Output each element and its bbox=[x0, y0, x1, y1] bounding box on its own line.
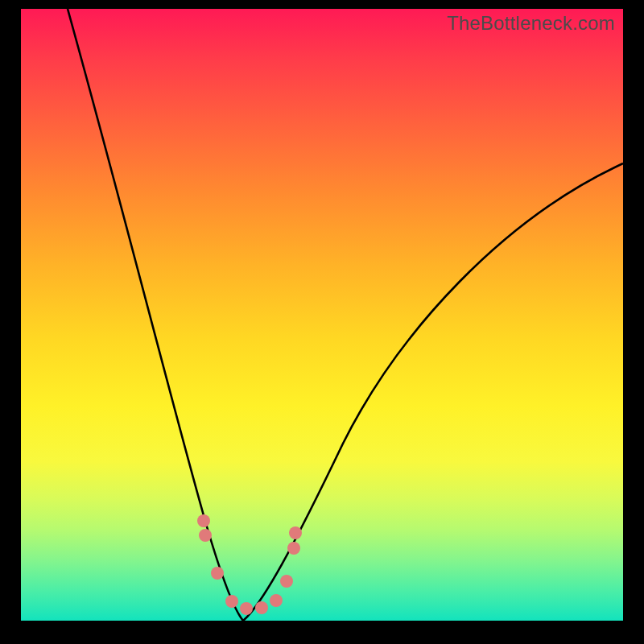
marker-dot bbox=[225, 595, 238, 608]
marker-dot bbox=[280, 575, 293, 588]
curve-right bbox=[243, 163, 623, 621]
marker-dot bbox=[289, 526, 302, 539]
curve-layer bbox=[21, 9, 623, 621]
marker-dot bbox=[287, 542, 300, 555]
marker-dot bbox=[197, 514, 210, 527]
marker-dot bbox=[211, 567, 224, 580]
marker-dot bbox=[240, 602, 253, 615]
marker-dot bbox=[270, 594, 283, 607]
marker-dot bbox=[199, 529, 212, 542]
marker-dot bbox=[255, 601, 268, 614]
chart-frame: TheBottleneck.com bbox=[21, 9, 623, 621]
curve-left bbox=[68, 9, 243, 621]
